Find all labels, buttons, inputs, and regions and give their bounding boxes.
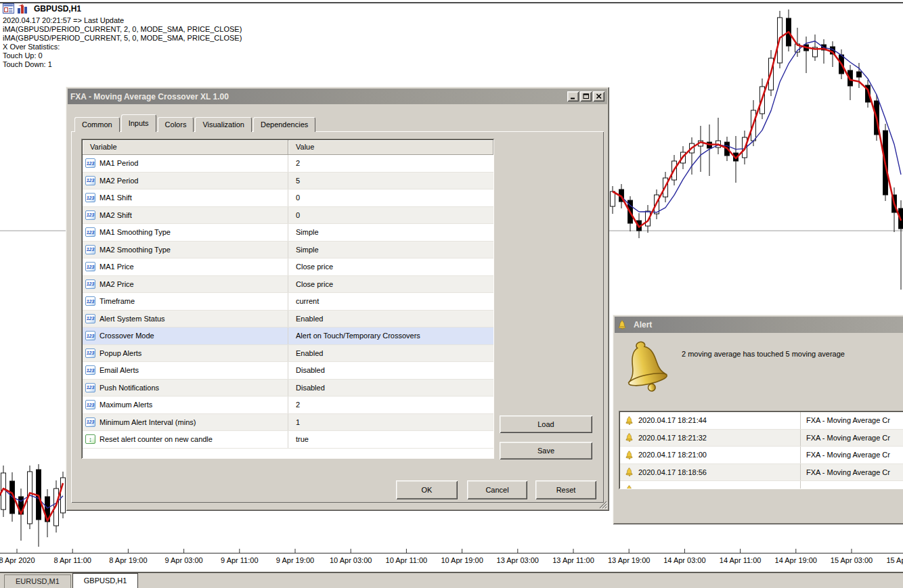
param-value: 0	[288, 207, 493, 224]
param-value: Disabled	[288, 362, 493, 379]
minimize-button[interactable]	[567, 91, 579, 101]
time-axis-label: 10 Apr 03:00	[330, 556, 372, 564]
time-axis-label: 8 Apr 2020	[0, 556, 35, 564]
chart-info-line: X Over Statistics:	[3, 43, 242, 51]
param-name: MA2 Period	[100, 177, 138, 185]
alert-bell-icon	[618, 334, 672, 399]
chart-info-line: 2020.04.17 20:21:57 => Last Update	[3, 16, 242, 25]
dialog-titlebar[interactable]: FXA - Moving Average Crossover XL 1.00	[68, 89, 607, 104]
time-axis-label: 8 Apr 19:00	[109, 556, 147, 564]
param-name: MA1 Shift	[100, 194, 132, 202]
tab-dependencies[interactable]: Dependencies	[253, 117, 315, 132]
param-row[interactable]: 123MA2 Period5	[83, 173, 493, 190]
param-row[interactable]: 123Timeframecurrent	[83, 293, 493, 311]
param-value: true	[288, 431, 493, 448]
param-name: Timeframe	[100, 297, 135, 305]
save-button[interactable]: Save	[500, 442, 592, 459]
bell-icon	[625, 416, 634, 425]
numeric-param-icon: 123	[85, 417, 95, 427]
param-name: Popup Alerts	[100, 349, 141, 357]
time-axis-label: 9 Apr 19:00	[276, 556, 314, 564]
time-axis-label: 13 Apr 03:00	[497, 556, 539, 564]
param-name: Reset alert counter on new candle	[100, 435, 213, 443]
column-header-variable[interactable]: Variable	[83, 140, 288, 155]
column-header-value[interactable]: Value	[288, 140, 493, 155]
alert-source: FXA - Moving Average Cr	[801, 451, 903, 459]
param-name: MA2 Price	[100, 280, 134, 288]
alert-time: 2020.04.17 18:21:44	[638, 416, 800, 424]
maximize-button[interactable]	[580, 91, 592, 101]
tab-common[interactable]: Common	[74, 117, 120, 132]
alert-source: FXA - Moving Average Cr	[801, 416, 903, 424]
time-axis-label: 9 Apr 03:00	[164, 556, 202, 564]
param-row[interactable]: 123MA1 Smoothing TypeSimple	[83, 224, 493, 242]
time-axis-label: 14 Apr 11:00	[720, 556, 762, 564]
param-name: Crossover Mode	[100, 332, 154, 340]
tab-visualization[interactable]: Visualization	[195, 117, 252, 132]
time-axis-label: 10 Apr 11:00	[386, 556, 428, 564]
param-row[interactable]: ↕Reset alert counter on new candletrue	[83, 431, 493, 449]
inputs-table: Variable Value 123MA1 Period2123MA2 Peri…	[81, 139, 494, 459]
load-button[interactable]: Load	[500, 415, 592, 433]
param-row[interactable]: 123MA2 Smoothing TypeSimple	[83, 242, 493, 259]
param-row[interactable]: 123Minimum Alert Interval (mins)1	[83, 414, 493, 432]
param-name: Maximum Alerts	[100, 401, 152, 409]
alert-row[interactable]: 2020.04.17 18:21:00FXA - Moving Average …	[620, 447, 903, 464]
param-value: Enabled	[288, 311, 493, 327]
param-row[interactable]: 123Alert System StatusEnabled	[83, 311, 493, 328]
chart-info-overlay: GBPUSD,H1 2020.04.17 20:21:57 => Last Up…	[3, 3, 242, 69]
numeric-param-icon: 123	[85, 400, 95, 409]
bell-icon	[625, 485, 634, 489]
param-row[interactable]: 123Crossover ModeAlert on Touch/Temporar…	[83, 327, 493, 345]
param-row[interactable]: 123MA1 Period2	[83, 155, 493, 173]
tab-inputs[interactable]: Inputs	[121, 114, 156, 132]
param-value: Simple	[288, 224, 493, 241]
param-name: MA1 Price	[100, 263, 134, 271]
param-row[interactable]: 123Popup AlertsEnabled	[83, 345, 493, 363]
tab-colors[interactable]: Colors	[158, 117, 194, 132]
param-row[interactable]: 123Maximum Alerts2	[83, 397, 493, 414]
param-row[interactable]: 123MA1 Shift0	[83, 189, 493, 207]
numeric-param-icon: 123	[85, 245, 95, 254]
param-row[interactable]: 123MA2 Shift0	[83, 207, 493, 225]
alert-window: Alert 2 moving average has touched 5 mov…	[613, 315, 903, 524]
close-button[interactable]	[593, 91, 604, 101]
ok-button[interactable]: OK	[396, 480, 458, 499]
param-row[interactable]: 123Email AlertsDisabled	[83, 362, 493, 380]
alert-row[interactable]: 2020.04.17 18:21:44FXA - Moving Average …	[620, 412, 903, 430]
param-name: Minimum Alert Interval (mins)	[100, 418, 196, 426]
chart-tab-bar: EURUSD,M1GBPUSD,H1	[0, 572, 903, 588]
time-axis-label: 13 Apr 11:00	[552, 556, 594, 564]
reset-button[interactable]: Reset	[535, 480, 596, 499]
numeric-param-icon: 123	[85, 296, 95, 306]
param-name: MA2 Shift	[100, 211, 132, 219]
alert-message: 2 moving average has touched 5 moving av…	[682, 350, 903, 358]
time-axis-label: 14 Apr 19:00	[775, 556, 817, 564]
alert-row[interactable]: 2020.04.17 18:18:56FXA - Moving Average …	[620, 464, 903, 482]
alert-titlebar[interactable]: Alert	[615, 317, 903, 333]
dialog-title: FXA - Moving Average Crossover XL 1.00	[70, 92, 566, 101]
param-name: Alert System Status	[100, 315, 165, 323]
resize-grip[interactable]	[598, 499, 607, 509]
alert-row[interactable]	[620, 481, 903, 489]
alert-row[interactable]: 2020.04.17 18:21:32FXA - Moving Average …	[620, 430, 903, 447]
chart-tab-gbpusd-h1[interactable]: GBPUSD,H1	[72, 573, 139, 588]
alert-title: Alert	[634, 320, 903, 330]
param-value: 5	[288, 173, 493, 189]
time-axis-label: 10 Apr 19:00	[441, 556, 483, 564]
mt4-terminal: GBPUSD,H1 2020.04.17 20:21:57 => Last Up…	[0, 0, 903, 588]
numeric-param-icon: 123	[85, 331, 95, 340]
param-value: Close price	[288, 258, 493, 275]
param-value: 1	[288, 414, 493, 431]
time-axis: 8 Apr 20208 Apr 11:008 Apr 19:009 Apr 03…	[0, 553, 903, 570]
param-value: 2	[288, 397, 493, 413]
chart-tab-eurusd-m1[interactable]: EURUSD,M1	[4, 574, 71, 588]
chart-info-line: Touch Up: 0	[3, 51, 242, 60]
cancel-button[interactable]: Cancel	[467, 480, 527, 499]
dialog-tabs: CommonInputsColorsVisualizationDependenc…	[74, 115, 317, 132]
param-row[interactable]: 123MA2 PriceClose price	[83, 276, 493, 294]
alert-time: 2020.04.17 18:18:56	[638, 468, 800, 476]
param-row[interactable]: 123Push NotificationsDisabled	[83, 380, 493, 397]
param-row[interactable]: 123MA1 PriceClose price	[83, 258, 493, 276]
time-axis-label: 14 Apr 03:00	[663, 556, 705, 564]
